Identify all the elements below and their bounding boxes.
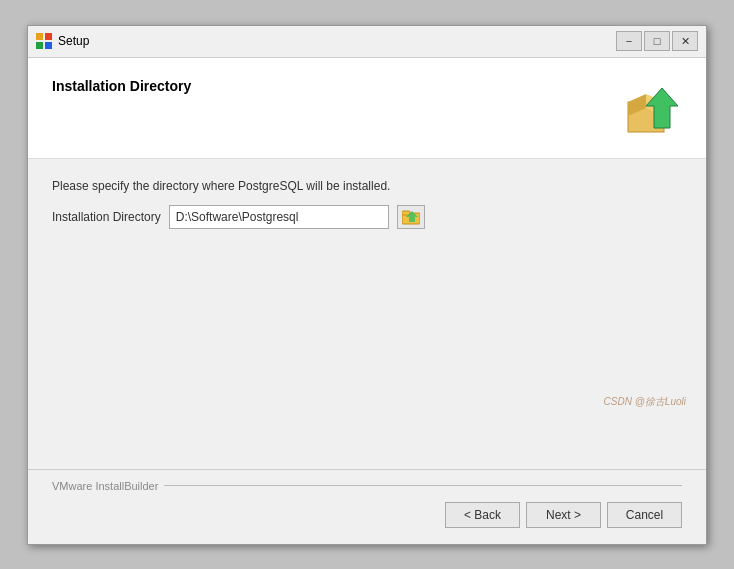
svg-rect-2 [36, 42, 43, 49]
header-text: Installation Directory [52, 78, 602, 94]
svg-rect-3 [45, 42, 52, 49]
content-area: Installation Directory Please specify th… [28, 58, 706, 469]
field-label: Installation Directory [52, 210, 161, 224]
watermark: CSDN @徐古Luoli [604, 395, 686, 409]
header-section: Installation Directory [28, 58, 706, 159]
description-text: Please specify the directory where Postg… [52, 179, 682, 193]
title-bar: Setup − □ ✕ [28, 26, 706, 58]
brand-label: VMware InstallBuilder [52, 480, 682, 492]
window-icon [36, 33, 52, 49]
directory-input[interactable] [169, 205, 389, 229]
directory-field-row: Installation Directory [52, 205, 682, 229]
main-content: Please specify the directory where Postg… [28, 159, 706, 469]
window-title: Setup [58, 34, 616, 48]
svg-rect-0 [36, 33, 43, 40]
window-controls: − □ ✕ [616, 31, 698, 51]
browse-button[interactable] [397, 205, 425, 229]
footer-section: VMware InstallBuilder < Back Next > Canc… [28, 469, 706, 544]
back-button[interactable]: < Back [445, 502, 520, 528]
cancel-button[interactable]: Cancel [607, 502, 682, 528]
next-button[interactable]: Next > [526, 502, 601, 528]
footer-buttons: < Back Next > Cancel [52, 502, 682, 528]
page-title: Installation Directory [52, 78, 602, 94]
minimize-button[interactable]: − [616, 31, 642, 51]
header-icon [618, 78, 682, 142]
maximize-button[interactable]: □ [644, 31, 670, 51]
folder-icon [402, 209, 420, 225]
close-button[interactable]: ✕ [672, 31, 698, 51]
svg-rect-1 [45, 33, 52, 40]
setup-window: Setup − □ ✕ Installation Directory [27, 25, 707, 545]
